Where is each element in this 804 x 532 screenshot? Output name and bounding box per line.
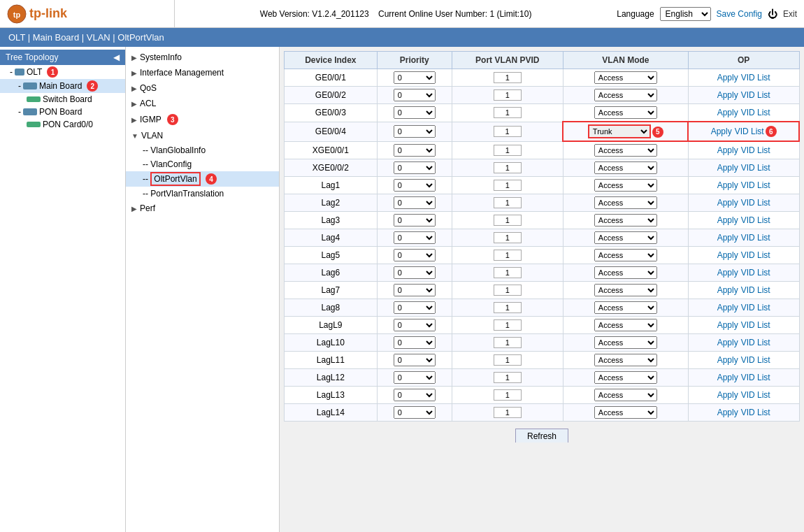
refresh-button[interactable]: Refresh — [515, 429, 568, 443]
pvid-input[interactable] — [494, 232, 522, 243]
priority-select[interactable]: 01234567 — [394, 161, 436, 174]
priority-cell[interactable]: 01234567 — [377, 212, 452, 229]
vid-list-link[interactable]: VID List — [741, 285, 770, 295]
apply-link[interactable]: Apply — [717, 285, 738, 295]
vid-list-link[interactable]: VID List — [741, 233, 770, 243]
vlan-mode-cell[interactable]: AccessTrunkHybrid — [563, 104, 688, 122]
apply-link[interactable]: Apply — [711, 127, 732, 136]
priority-select[interactable]: 01234567 — [394, 336, 436, 349]
pvid-cell[interactable] — [452, 177, 563, 194]
vlan-mode-select[interactable]: AccessTrunkHybrid — [594, 161, 657, 174]
pvid-input[interactable] — [494, 89, 522, 101]
scrollable-table[interactable]: Device Index Priority Port VLAN PVID VLA… — [284, 51, 800, 443]
priority-cell[interactable]: 01234567 — [377, 387, 452, 404]
vid-list-link[interactable]: VID List — [741, 163, 770, 173]
pvid-input[interactable] — [494, 250, 522, 261]
apply-link[interactable]: Apply — [717, 320, 738, 330]
apply-link[interactable]: Apply — [717, 198, 738, 208]
pvid-cell[interactable] — [452, 334, 563, 352]
vlan-mode-select[interactable]: AccessTrunkHybrid — [594, 354, 657, 366]
apply-link[interactable]: Apply — [717, 408, 738, 417]
pvid-input[interactable] — [494, 267, 522, 278]
vlan-mode-cell[interactable]: AccessTrunkHybrid — [563, 87, 688, 104]
vlan-mode-select[interactable]: AccessTrunkHybrid — [594, 179, 657, 192]
apply-link[interactable]: Apply — [717, 73, 738, 82]
vlan-mode-select[interactable]: AccessTrunkHybrid — [594, 106, 657, 119]
pvid-input[interactable] — [494, 145, 522, 156]
op-cell[interactable]: ApplyVID List — [688, 334, 799, 352]
priority-cell[interactable]: 01234567 — [377, 87, 452, 104]
vlan-mode-cell[interactable]: AccessTrunkHybrid — [563, 159, 688, 177]
priority-select[interactable]: 01234567 — [394, 266, 436, 279]
pvid-input[interactable] — [494, 215, 522, 226]
vlan-mode-cell[interactable]: AccessTrunkHybrid — [563, 229, 688, 247]
pvid-cell[interactable] — [452, 122, 563, 141]
op-cell[interactable]: ApplyVID List — [688, 404, 799, 422]
vid-list-link[interactable]: VID List — [741, 303, 770, 312]
vlan-mode-cell[interactable]: AccessTrunkHybrid — [563, 194, 688, 212]
priority-cell[interactable]: 01234567 — [377, 122, 452, 141]
apply-link[interactable]: Apply — [717, 373, 738, 382]
op-cell[interactable]: ApplyVID List — [688, 317, 799, 334]
pvid-input[interactable] — [494, 407, 522, 418]
op-cell[interactable]: ApplyVID List — [688, 159, 799, 177]
vlan-mode-select[interactable]: AccessTrunkHybrid — [588, 124, 651, 138]
priority-cell[interactable]: 01234567 — [377, 247, 452, 264]
pvid-cell[interactable] — [452, 229, 563, 247]
pvid-cell[interactable] — [452, 299, 563, 317]
priority-cell[interactable]: 01234567 — [377, 334, 452, 352]
op-cell[interactable]: ApplyVID List — [688, 104, 799, 122]
vid-list-link[interactable]: VID List — [741, 90, 770, 100]
pvid-cell[interactable] — [452, 141, 563, 159]
priority-cell[interactable]: 01234567 — [377, 177, 452, 194]
vlan-mode-select[interactable]: AccessTrunkHybrid — [594, 144, 657, 157]
pvid-input[interactable] — [494, 126, 522, 137]
op-cell[interactable]: ApplyVID List — [688, 177, 799, 194]
apply-link[interactable]: Apply — [717, 338, 738, 347]
priority-cell[interactable]: 01234567 — [377, 194, 452, 212]
priority-select[interactable]: 01234567 — [394, 106, 436, 119]
priority-cell[interactable]: 01234567 — [377, 352, 452, 369]
op-cell[interactable]: ApplyVID List — [688, 194, 799, 212]
priority-cell[interactable]: 01234567 — [377, 141, 452, 159]
pvid-input[interactable] — [494, 285, 522, 296]
priority-cell[interactable]: 01234567 — [377, 159, 452, 177]
collapse-icon[interactable]: ◀ — [113, 52, 120, 62]
vlan-mode-cell[interactable]: AccessTrunkHybrid — [563, 177, 688, 194]
vid-list-link[interactable]: VID List — [741, 250, 770, 260]
apply-link[interactable]: Apply — [717, 250, 738, 260]
pvid-cell[interactable] — [452, 159, 563, 177]
pvid-input[interactable] — [494, 302, 522, 313]
nav-port-vlan-translation[interactable]: -- PortVlanTranslation — [126, 187, 279, 201]
vlan-mode-select[interactable]: AccessTrunkHybrid — [594, 371, 657, 384]
nav-vlan[interactable]: ▼ VLAN — [126, 128, 279, 143]
nav-olt-port-vlan[interactable]: -- OltPortVlan 4 — [126, 171, 279, 187]
priority-select[interactable]: 01234567 — [394, 389, 436, 401]
vlan-mode-select[interactable]: AccessTrunkHybrid — [594, 336, 657, 349]
vlan-mode-select[interactable]: AccessTrunkHybrid — [594, 284, 657, 296]
priority-cell[interactable]: 01234567 — [377, 104, 452, 122]
priority-cell[interactable]: 01234567 — [377, 317, 452, 334]
vlan-mode-select[interactable]: AccessTrunkHybrid — [594, 266, 657, 279]
op-cell[interactable]: ApplyVID List — [688, 247, 799, 264]
priority-select[interactable]: 01234567 — [394, 196, 436, 209]
priority-select[interactable]: 01234567 — [394, 284, 436, 296]
apply-link[interactable]: Apply — [717, 90, 738, 100]
op-cell[interactable]: ApplyVID List — [688, 282, 799, 299]
apply-link[interactable]: Apply — [717, 303, 738, 312]
op-cell[interactable]: ApplyVID List — [688, 69, 799, 87]
op-cell[interactable]: ApplyVID List — [688, 212, 799, 229]
priority-select[interactable]: 01234567 — [394, 371, 436, 384]
pvid-input[interactable] — [494, 319, 522, 331]
vlan-mode-cell[interactable]: AccessTrunkHybrid — [563, 212, 688, 229]
vlan-mode-select[interactable]: AccessTrunkHybrid — [594, 319, 657, 331]
nav-vlan-config[interactable]: -- VlanConfig — [126, 157, 279, 171]
apply-link[interactable]: Apply — [717, 108, 738, 117]
nav-vlan-global-info[interactable]: -- VlanGlobalInfo — [126, 143, 279, 157]
op-cell[interactable]: ApplyVID List — [688, 299, 799, 317]
pvid-cell[interactable] — [452, 404, 563, 422]
priority-select[interactable]: 01234567 — [394, 301, 436, 314]
apply-link[interactable]: Apply — [717, 180, 738, 190]
op-cell[interactable]: ApplyVID List — [688, 352, 799, 369]
pvid-cell[interactable] — [452, 264, 563, 282]
